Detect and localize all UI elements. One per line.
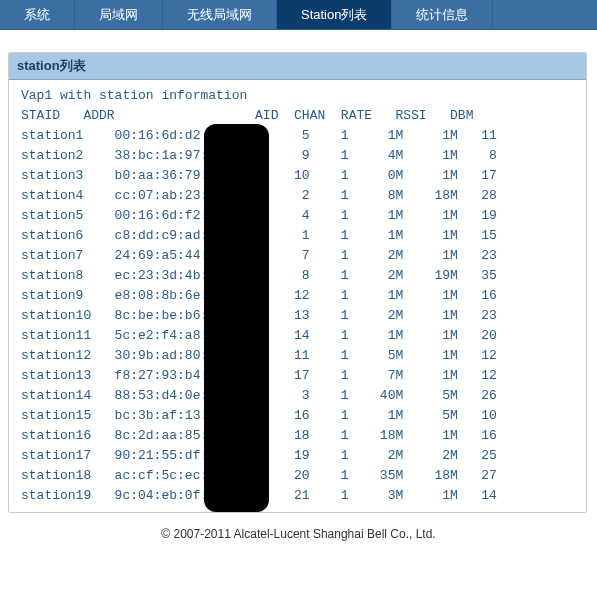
nav-item-2[interactable]: 无线局域网 xyxy=(163,0,277,29)
panel-title: station列表 xyxy=(9,53,586,80)
redaction-block xyxy=(204,124,269,512)
station-panel: station列表 Vap1 with station information … xyxy=(8,52,587,513)
nav-item-4[interactable]: 统计信息 xyxy=(392,0,493,29)
nav-item-0[interactable]: 系统 xyxy=(0,0,75,29)
nav-item-3[interactable]: Station列表 xyxy=(277,0,392,29)
spacer xyxy=(0,30,597,52)
top-nav: 系统局域网无线局域网Station列表统计信息 xyxy=(0,0,597,30)
panel-body: Vap1 with station information STAID ADDR… xyxy=(9,80,586,512)
nav-item-1[interactable]: 局域网 xyxy=(75,0,163,29)
station-terminal: Vap1 with station information STAID ADDR… xyxy=(21,86,582,506)
footer-copyright: © 2007-2011 Alcatel-Lucent Shanghai Bell… xyxy=(0,527,597,541)
